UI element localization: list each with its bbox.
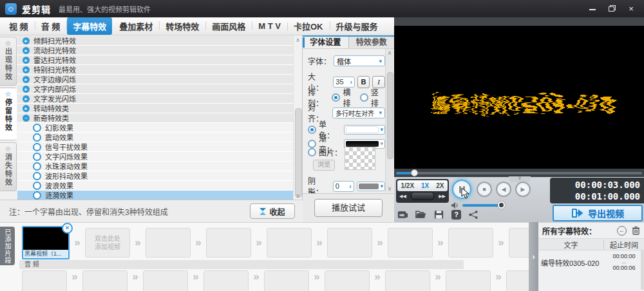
expand-icon[interactable]: ▸ bbox=[23, 37, 30, 44]
scroll-down-icon[interactable]: ∨ bbox=[386, 185, 393, 192]
subtitle-row[interactable]: 编导特效0305-020 00:00:00 -- 00:00:06 bbox=[538, 250, 644, 271]
effects-list-scrollbar[interactable]: ∧ ∨ bbox=[293, 36, 302, 200]
audio-slot-8[interactable] bbox=[446, 270, 491, 291]
effect-item-16[interactable]: 波浪效果 bbox=[17, 181, 293, 191]
effect-item-9[interactable]: −新奇特效类 bbox=[17, 113, 293, 123]
audio-slot-2[interactable] bbox=[82, 270, 128, 291]
video-slot-5[interactable] bbox=[267, 228, 312, 258]
settings-scrollbar[interactable]: ∧ ∨ bbox=[385, 49, 393, 192]
video-canvas[interactable]: 编导特效0305-020 bbox=[394, 26, 644, 169]
radio-horizontal[interactable] bbox=[332, 93, 340, 102]
speed-rewind-icon[interactable]: ◀◀ bbox=[399, 194, 406, 199]
video-slot-3[interactable] bbox=[146, 228, 191, 258]
effect-item-15[interactable]: 波形抖动效果 bbox=[17, 171, 293, 181]
audio-slot-3[interactable] bbox=[143, 270, 188, 291]
restore-button[interactable] bbox=[607, 4, 617, 14]
effect-item-4[interactable]: ▸特别扫光特效 bbox=[17, 65, 293, 75]
menu-tab-9[interactable]: 升级与服务 bbox=[330, 17, 384, 35]
scroll-down-icon[interactable]: ∨ bbox=[294, 192, 302, 199]
subtitle-scrollbar[interactable] bbox=[641, 250, 644, 290]
tab-disappear-effects[interactable]: ☆ 消失特效 bbox=[0, 142, 17, 191]
stepper-icon[interactable]: › bbox=[349, 183, 351, 190]
stepper-icon[interactable]: › bbox=[350, 79, 352, 86]
effect-item-17[interactable]: 涟漪效果 bbox=[17, 191, 293, 200]
font-family-select[interactable]: 楷体 ▾ bbox=[334, 55, 385, 66]
scroll-up-icon[interactable]: ∧ bbox=[294, 37, 302, 43]
tab-appear-effects[interactable]: ☆ 出现特效 bbox=[0, 37, 17, 86]
font-size-stepper[interactable]: 35 › bbox=[333, 77, 354, 88]
share-icon[interactable] bbox=[468, 210, 479, 220]
play-test-button[interactable]: 播放试试 bbox=[314, 199, 383, 217]
scroll-up-icon[interactable]: ∧ bbox=[386, 50, 393, 56]
effect-item-7[interactable]: ▸文字发光闪烁 bbox=[17, 94, 293, 104]
audio-slot-9[interactable] bbox=[506, 270, 529, 291]
seek-track[interactable] bbox=[396, 172, 642, 174]
menu-tab-5[interactable]: 转场特效 bbox=[160, 17, 205, 35]
expand-icon[interactable]: ▸ bbox=[23, 47, 30, 54]
effect-item-2[interactable]: ▸流动扫光特效 bbox=[17, 46, 293, 55]
tab-effect-params[interactable]: 特效参数 bbox=[349, 37, 395, 48]
tab-stay-effects[interactable]: ☆ 停留特效 bbox=[0, 88, 17, 140]
previous-frame-button[interactable]: ◀ bbox=[496, 182, 511, 197]
speed-control[interactable]: 1/2X1X2X ◀◀ ▶▶ bbox=[396, 179, 449, 203]
video-clip[interactable]: 黑幕视频（1... ✕ bbox=[22, 226, 70, 259]
video-slot-7[interactable] bbox=[388, 228, 433, 258]
tab-font-settings[interactable]: 字体设置 bbox=[303, 37, 349, 48]
speed-slider-knob[interactable] bbox=[411, 192, 434, 200]
video-slot-9[interactable] bbox=[509, 228, 529, 258]
audio-slot-7[interactable] bbox=[385, 270, 430, 291]
collapse-button[interactable]: 收起 bbox=[250, 203, 295, 219]
effect-item-3[interactable]: ▸雷达扫光特效 bbox=[17, 55, 293, 65]
video-slot-6[interactable] bbox=[327, 228, 372, 258]
effect-item-11[interactable]: 震动效果 bbox=[17, 133, 293, 142]
effect-item-10[interactable]: 幻影效果 bbox=[17, 123, 293, 133]
audio-slot-6[interactable] bbox=[325, 270, 370, 291]
menu-tab-1[interactable]: 视 频 bbox=[3, 17, 34, 35]
effect-item-8[interactable]: ▸转动特效类 bbox=[17, 104, 293, 113]
speed-forward-icon[interactable]: ▶▶ bbox=[439, 194, 446, 199]
effect-item-13[interactable]: 文字闪烁效果 bbox=[17, 152, 293, 162]
locate-subtitle-icon[interactable]: ← bbox=[617, 226, 627, 236]
browse-button[interactable]: 浏览 bbox=[313, 160, 335, 171]
radio-image[interactable] bbox=[308, 148, 316, 156]
speed-option-1x[interactable]: 1X bbox=[421, 182, 429, 189]
collapse-icon[interactable]: − bbox=[23, 115, 30, 122]
next-frame-button[interactable]: ▶ bbox=[515, 182, 531, 197]
video-format-icon[interactable]: HD bbox=[397, 210, 408, 220]
panel-expand-handle[interactable]: › bbox=[529, 222, 538, 291]
expand-icon[interactable]: ▸ bbox=[23, 57, 30, 64]
radio-vertical[interactable] bbox=[360, 93, 368, 102]
scrollbar-thumb[interactable] bbox=[295, 108, 302, 198]
effect-item-1[interactable]: ▸倾斜扫光特效 bbox=[17, 36, 293, 46]
scrollbar-thumb[interactable] bbox=[387, 72, 393, 160]
menu-tab-3[interactable]: 字幕特效 bbox=[67, 17, 112, 35]
effect-item-6[interactable]: ▸文字内部闪烁 bbox=[17, 84, 293, 94]
video-slot-8[interactable] bbox=[448, 228, 493, 258]
clip-thumbnail[interactable] bbox=[23, 227, 68, 250]
save-icon[interactable] bbox=[433, 210, 444, 220]
expand-icon[interactable]: ▸ bbox=[23, 76, 30, 83]
delete-subtitle-icon[interactable] bbox=[632, 226, 640, 235]
video-slot-2[interactable]: 双击此处 添加视频 bbox=[85, 228, 130, 258]
collapse-controls-tab[interactable]: ∨ bbox=[509, 176, 531, 182]
effect-item-12[interactable]: 信号干扰效果 bbox=[17, 142, 293, 152]
audio-slot-4[interactable] bbox=[204, 270, 249, 291]
effect-item-14[interactable]: 水珠滚动效果 bbox=[17, 162, 293, 171]
help-icon[interactable]: ? bbox=[451, 210, 461, 220]
align-select[interactable]: 多行时左对齐 ▾ bbox=[332, 108, 385, 118]
menu-tab-4[interactable]: 叠加素材 bbox=[113, 17, 158, 35]
speed-option-2x[interactable]: 2X bbox=[436, 182, 444, 189]
menu-tab-2[interactable]: 音 频 bbox=[35, 17, 66, 35]
expand-icon[interactable]: ▸ bbox=[23, 86, 30, 93]
menu-tab-6[interactable]: 画面风格 bbox=[206, 17, 251, 35]
image-texture-preview[interactable] bbox=[345, 147, 375, 170]
volume-slider[interactable] bbox=[462, 204, 502, 207]
minimize-button[interactable] bbox=[587, 4, 598, 14]
export-video-button[interactable]: 导出视频 bbox=[553, 205, 643, 221]
speed-option-1/2x[interactable]: 1/2X bbox=[401, 182, 414, 189]
effect-item-5[interactable]: ▸文字边缘闪烁 bbox=[17, 75, 293, 84]
menu-tab-7[interactable]: M T V bbox=[252, 19, 287, 33]
video-slot-4[interactable] bbox=[206, 228, 251, 258]
added-clips-tab[interactable]: 已添加片段 bbox=[0, 227, 15, 265]
remove-clip-icon[interactable]: ✕ bbox=[62, 223, 73, 234]
